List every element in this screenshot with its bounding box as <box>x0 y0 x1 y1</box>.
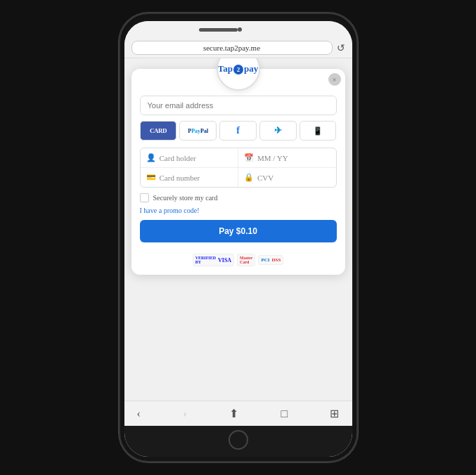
payment-method-facebook[interactable]: f <box>219 121 257 141</box>
payment-method-paypal[interactable]: PPayPal <box>179 121 217 141</box>
person-icon: 👤 <box>146 153 156 162</box>
phone-screen: secure.tap2pay.me ↺ Tap2pay × <box>124 21 352 457</box>
calendar-icon: 📅 <box>244 153 254 162</box>
mastercard-text: MasterCard <box>240 256 252 264</box>
visa-text: VISA <box>218 257 231 263</box>
card-row-top: 👤 Card holder 📅 MM / YY <box>141 148 336 168</box>
card-fields: 👤 Card holder 📅 MM / YY 💳 Card <box>140 148 337 188</box>
notch-bar <box>124 21 352 38</box>
reload-button[interactable]: ↺ <box>337 42 345 54</box>
bottom-nav: ‹ › ⬆ □ ⊞ <box>124 401 352 426</box>
card-icon: 💳 <box>146 173 156 182</box>
pci-dss-badge: PCI DSS <box>258 255 283 265</box>
payment-methods: CARD PPayPal f ✈ 📱 <box>140 121 337 141</box>
email-input[interactable] <box>140 96 337 115</box>
card-number-placeholder: Card number <box>160 174 200 182</box>
cvv-placeholder: CVV <box>257 174 274 182</box>
security-badges: VERIFIEDBY VISA MasterCard PCI DSS <box>131 254 345 266</box>
verified-text: VERIFIEDBY <box>195 256 216 264</box>
tabs-button[interactable]: ⊞ <box>326 405 343 422</box>
pay-button[interactable]: Pay $0.10 <box>140 220 337 242</box>
card-row-bottom: 💳 Card number 🔒 CVV <box>141 168 336 187</box>
browser-content: Tap2pay × CARD <box>124 58 352 401</box>
browser-bar: secure.tap2pay.me ↺ <box>124 38 352 58</box>
payment-method-viber[interactable]: 📱 <box>300 121 337 141</box>
payment-method-telegram[interactable]: ✈ <box>259 121 297 141</box>
home-button[interactable] <box>229 430 248 450</box>
bookmarks-button[interactable]: □ <box>276 406 292 422</box>
promo-code-link[interactable]: I have a promo code! <box>140 207 337 214</box>
modal-body: CARD PPayPal f ✈ 📱 <box>131 90 345 248</box>
camera <box>238 27 242 32</box>
card-number-field[interactable]: 💳 Card number <box>141 168 238 187</box>
dss-text: DSS <box>272 257 281 263</box>
checkbox-row: Securely store my card <box>140 193 337 202</box>
close-button[interactable]: × <box>328 73 341 86</box>
mastercard-badge: MasterCard <box>237 254 255 266</box>
cvv-field[interactable]: 🔒 CVV <box>238 168 336 187</box>
back-button[interactable]: ‹ <box>133 406 145 422</box>
paypal-logo: PPayPal <box>188 128 208 134</box>
expiry-field[interactable]: 📅 MM / YY <box>238 148 336 167</box>
payment-modal: Tap2pay × CARD <box>131 69 345 275</box>
card-holder-placeholder: Card holder <box>160 154 196 162</box>
home-indicator-bar <box>124 426 352 457</box>
pci-text: PCI <box>261 257 269 263</box>
payment-method-card[interactable]: CARD <box>140 121 177 141</box>
expiry-placeholder: MM / YY <box>257 154 288 162</box>
secure-store-checkbox[interactable] <box>140 193 149 202</box>
card-holder-field[interactable]: 👤 Card holder <box>141 148 238 167</box>
share-button[interactable]: ⬆ <box>225 405 243 422</box>
logo: Tap2pay <box>218 64 258 74</box>
logo-circle: Tap2pay <box>217 58 260 91</box>
verified-visa-badge: VERIFIEDBY VISA <box>193 254 234 266</box>
speaker <box>199 28 238 32</box>
forward-button[interactable]: › <box>179 406 191 422</box>
url-bar: secure.tap2pay.me <box>131 41 333 55</box>
secure-store-label: Securely store my card <box>153 194 218 202</box>
logo-container: Tap2pay <box>131 69 345 90</box>
lock-icon: 🔒 <box>244 173 254 182</box>
phone-frame: secure.tap2pay.me ↺ Tap2pay × <box>119 13 358 462</box>
